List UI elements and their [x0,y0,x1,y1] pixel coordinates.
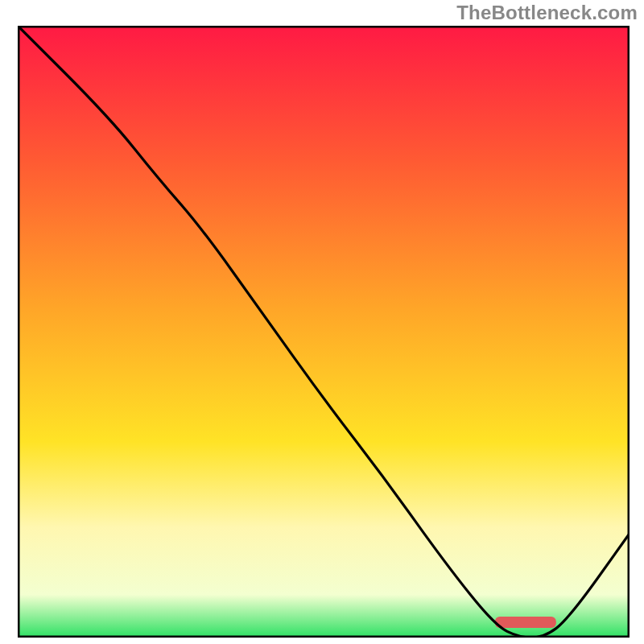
plot-area [18,26,630,638]
chart-container: TheBottleneck.com [0,0,644,644]
attribution-label: TheBottleneck.com [456,2,638,24]
chart-svg [18,26,630,638]
gradient-background [18,26,630,638]
optimum-band-marker [495,617,556,628]
